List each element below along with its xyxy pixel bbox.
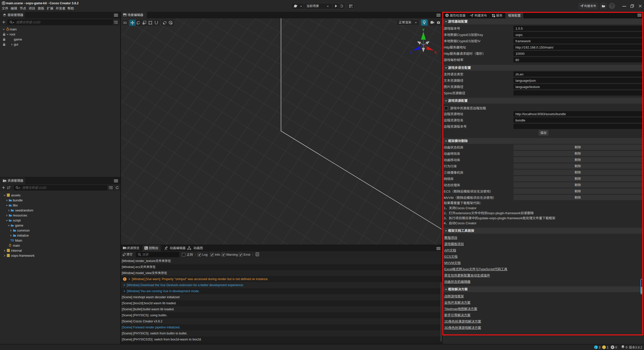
svg-text:X: X — [434, 50, 437, 54]
svg-text:Z: Z — [410, 50, 413, 54]
svg-text:Y: Y — [422, 28, 425, 32]
